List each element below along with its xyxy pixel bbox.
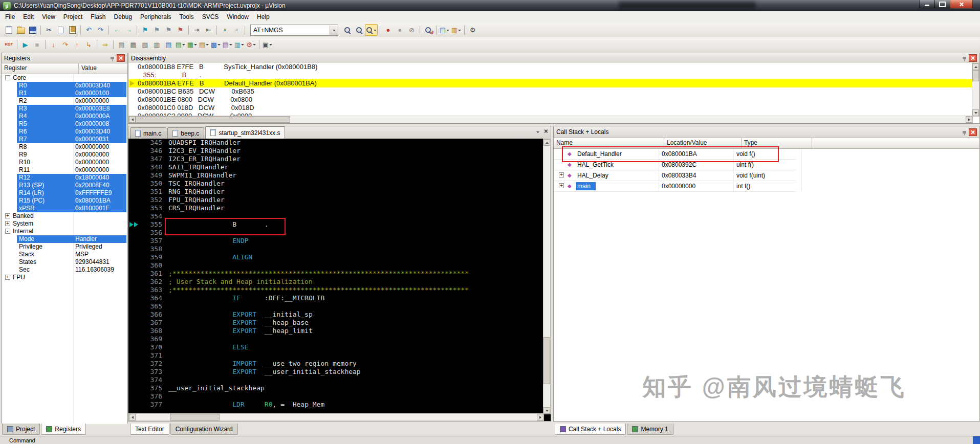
open-file-icon[interactable] [15, 25, 27, 35]
menu-project[interactable]: Project [59, 12, 86, 22]
call-stack-window-icon[interactable]: ▤ [163, 39, 175, 50]
panel-close-icon[interactable] [969, 128, 977, 136]
editor-line[interactable]: 360 [128, 261, 544, 270]
editor-line[interactable]: 371 [128, 351, 544, 360]
save-icon[interactable] [27, 25, 38, 35]
chevron-down-icon[interactable] [330, 26, 338, 35]
project-windows-icon[interactable]: ▤ [439, 25, 450, 35]
step-into-icon[interactable]: ↓ [48, 39, 59, 50]
register-group-internal[interactable]: -Internal [2, 228, 127, 235]
disassembly-window-icon[interactable]: ▦ [127, 39, 139, 50]
register-xpsr[interactable]: xPSR0x8100001F [2, 205, 127, 212]
bookmark-previous-icon[interactable]: ⚑ [151, 25, 163, 35]
editor-line[interactable]: 353CRS_IRQHandler [128, 204, 544, 212]
register-r9[interactable]: R90x00000000 [2, 151, 127, 159]
disassembly-vscrollbar[interactable] [972, 63, 979, 117]
maximize-button[interactable] [934, 0, 950, 9]
register-r1[interactable]: R10x00000100 [2, 90, 127, 97]
collapse-icon[interactable]: - [5, 229, 10, 234]
navigate-forward-icon[interactable]: → [123, 25, 135, 35]
editor-line[interactable]: 362; User Stack and Heap initialization [128, 278, 544, 286]
run-icon[interactable]: ▶ [19, 39, 31, 50]
outdent-icon[interactable]: ⇤ [203, 25, 214, 35]
search-icon[interactable] [365, 24, 378, 36]
tab-registers[interactable]: Registers [41, 424, 86, 435]
comment-selection-icon[interactable]: // [219, 25, 231, 35]
copy-icon[interactable] [55, 25, 67, 35]
paste-icon[interactable] [67, 25, 78, 35]
editor-line[interactable]: 366 EXPORT __initial_sp [128, 310, 544, 319]
value-column-header[interactable]: Value [79, 63, 127, 74]
editor-line[interactable]: 349SWPMI1_IRQHandler [128, 171, 544, 180]
trace-windows-icon[interactable]: ▤ [222, 39, 233, 50]
register-column-header[interactable]: Register [2, 63, 79, 74]
uncomment-selection-icon[interactable]: // [231, 25, 243, 35]
editor-line[interactable]: 361;************************************… [128, 270, 544, 278]
tab-configuration-wizard[interactable]: Configuration Wizard [170, 424, 238, 435]
watch-windows-icon[interactable]: ▤ [175, 39, 186, 50]
run-to-cursor-icon[interactable]: ↳ [83, 39, 95, 50]
editor-line[interactable]: 347I2C3_ER_IRQHandler [128, 155, 544, 163]
tab-call-stack-locals[interactable]: Call Stack + Locals [555, 424, 626, 435]
scroll-left-icon[interactable] [129, 414, 136, 420]
close-button[interactable] [950, 0, 973, 9]
register-r0[interactable]: R00x00003D40 [2, 82, 127, 90]
menu-peripherals[interactable]: Peripherals [136, 12, 176, 22]
expand-icon[interactable]: + [5, 275, 10, 280]
breakpoint-disable-icon[interactable]: ● [394, 25, 406, 35]
register-r11[interactable]: R110x00000000 [2, 166, 127, 174]
cut-icon[interactable]: ✂ [43, 25, 55, 35]
scroll-right-icon[interactable] [537, 414, 543, 420]
register-r14-lr[interactable]: R14 (LR)0xFFFFFFE9 [2, 189, 127, 197]
registers-panel-header[interactable]: Registers [2, 53, 127, 63]
editor-line[interactable]: 372 IMPORT __use_two_region_memory [128, 360, 544, 368]
editor-line[interactable]: 376 [128, 392, 544, 401]
register-privilege[interactable]: PrivilegePrivileged [2, 243, 127, 251]
register-group-banked[interactable]: +Banked [2, 212, 127, 220]
disassembly-line[interactable]: 0x080001B8 E7FE B SysTick_Handler (0x080… [128, 63, 973, 71]
editor-line[interactable]: 370 ELSE [128, 343, 544, 351]
editor-line[interactable]: 373 EXPORT __user_initial_stackheap [128, 368, 544, 376]
register-r5[interactable]: R50x00000008 [2, 120, 127, 128]
register-states[interactable]: States9293044831 [2, 258, 127, 266]
redo-icon[interactable]: ↷ [95, 25, 106, 35]
editor-line[interactable]: 369 [128, 335, 544, 343]
bookmark-toggle-icon[interactable]: ⚑ [139, 25, 151, 35]
panel-close-icon[interactable] [117, 54, 125, 62]
register-r4[interactable]: R40x0000000A [2, 113, 127, 120]
register-group-fpu[interactable]: +FPU [2, 274, 127, 281]
find-icon[interactable] [353, 25, 365, 35]
editor-line[interactable]: 359 ALIGN [128, 253, 544, 261]
menu-file[interactable]: File [1, 12, 19, 22]
disassembly-panel-header[interactable]: Disassembly [128, 53, 979, 63]
step-over-icon[interactable]: ↷ [59, 39, 71, 50]
close-document-icon[interactable] [543, 129, 548, 133]
symbol-window-icon[interactable]: ▧ [139, 39, 151, 50]
debug-session-icon[interactable]: d [422, 25, 434, 35]
scrollbar-thumb[interactable] [170, 414, 220, 420]
pin-icon[interactable] [963, 57, 966, 59]
document-list-dropdown-icon[interactable] [536, 129, 539, 135]
menu-svcs[interactable]: SVCS [198, 12, 223, 22]
debug-restore-views-icon[interactable]: ▣ [262, 39, 273, 50]
scroll-up-icon[interactable] [543, 139, 550, 146]
register-r2[interactable]: R20x00000000 [2, 97, 127, 105]
help-books-icon[interactable]: ▥ [450, 25, 462, 35]
registers-window-icon[interactable]: ▥ [151, 39, 163, 50]
navigate-back-icon[interactable]: ← [111, 25, 123, 35]
show-current-statement-icon[interactable]: ⇒ [99, 39, 111, 50]
expand-icon[interactable]: + [559, 172, 564, 177]
editor-line[interactable]: 364 IF :DEF:__MICROLIB [128, 294, 544, 302]
editor-line[interactable]: 365 [128, 302, 544, 310]
register-r13-sp[interactable]: R13 (SP)0x20008F40 [2, 182, 127, 189]
disassembly-line[interactable]: 0x080001C0 018D DCW 0x018D [128, 104, 973, 112]
editor-line[interactable]: 358 [128, 245, 544, 253]
system-viewer-icon[interactable]: ▥ [233, 39, 245, 50]
disassembly-hscrollbar[interactable] [128, 116, 973, 123]
undo-icon[interactable]: ↶ [83, 25, 95, 35]
scroll-right-icon[interactable] [966, 116, 972, 123]
memory-windows-icon[interactable]: ▦ [186, 39, 198, 50]
menu-window[interactable]: Window [223, 12, 253, 22]
register-r8[interactable]: R80x00000000 [2, 143, 127, 151]
pin-icon[interactable] [963, 131, 966, 134]
